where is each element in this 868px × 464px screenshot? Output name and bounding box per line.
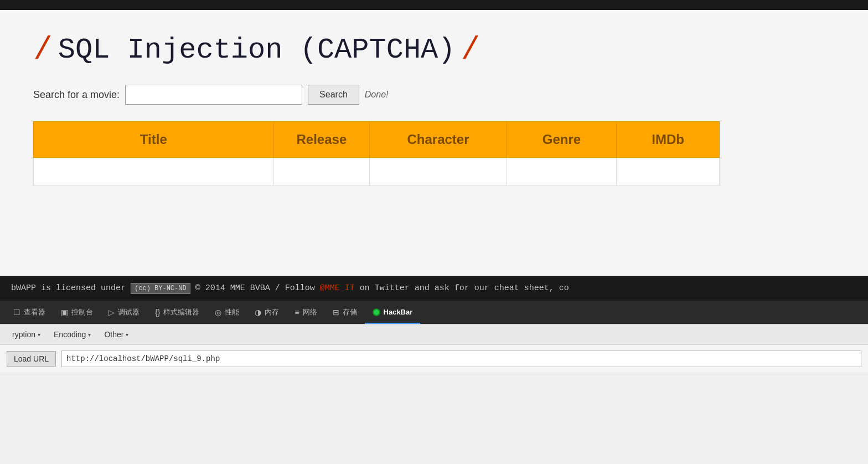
- tab-hackbar-label: HackBar: [384, 308, 413, 316]
- inspector-icon: ☐: [13, 308, 20, 317]
- console-icon: ▣: [61, 308, 68, 317]
- style-editor-icon: {}: [155, 308, 160, 317]
- search-form: Search for a movie: Search Done!: [33, 85, 835, 105]
- top-bar: [0, 0, 868, 10]
- tab-hackbar[interactable]: HackBar: [365, 301, 421, 324]
- tab-inspector-label: 查看器: [24, 307, 45, 317]
- col-header-genre: Genre: [507, 122, 616, 158]
- footer-license-badge: (cc) BY-NC-ND: [131, 283, 190, 294]
- empty-cell-title: [34, 158, 274, 185]
- hackbar-menu-encoding[interactable]: Encoding ▾: [48, 328, 96, 341]
- empty-cell-release: [273, 158, 369, 185]
- hackbar-menu-encryption-label: ryption: [12, 330, 35, 339]
- col-header-imdb: IMDb: [617, 122, 720, 158]
- footer-text3: on Twitter and ask for our cheat sheet, …: [360, 283, 569, 293]
- page-title-text: SQL Injection (CAPTCHA): [58, 34, 456, 66]
- tab-inspector[interactable]: ☐ 查看器: [6, 301, 53, 324]
- results-table: Title Release Character Genre IMDb: [33, 121, 720, 185]
- devtools-toolbar: ☐ 查看器 ▣ 控制台 ▷ 调试器 {} 样式编辑器 ◎ 性能 ◑ 内存 ≡ 网…: [0, 301, 868, 324]
- search-button[interactable]: Search: [308, 85, 359, 105]
- tab-console[interactable]: ▣ 控制台: [53, 301, 101, 324]
- hackbar-encoding-dropdown-icon: ▾: [88, 332, 91, 338]
- tab-network-label: 网络: [303, 307, 317, 317]
- hackbar-menu-encryption[interactable]: ryption ▾: [7, 328, 46, 341]
- footer-text1: bWAPP is licensed under: [11, 283, 131, 293]
- tab-performance-label: 性能: [225, 307, 239, 317]
- page-title: / SQL Injection (CAPTCHA) /: [33, 32, 835, 68]
- debugger-icon: ▷: [108, 308, 115, 317]
- table-body: [34, 158, 720, 185]
- table-header: Title Release Character Genre IMDb: [34, 122, 720, 158]
- footer-twitter-handle[interactable]: @MME_IT: [320, 283, 355, 293]
- footer-bar: bWAPP is licensed under (cc) BY-NC-ND © …: [0, 276, 868, 301]
- tab-memory[interactable]: ◑ 内存: [247, 301, 287, 324]
- col-header-character: Character: [370, 122, 507, 158]
- tab-storage[interactable]: ⊟ 存储: [325, 301, 365, 324]
- performance-icon: ◎: [215, 308, 221, 317]
- table-row-empty: [34, 158, 720, 185]
- tab-debugger[interactable]: ▷ 调试器: [101, 301, 147, 324]
- load-url-button[interactable]: Load URL: [7, 351, 56, 367]
- empty-cell-genre: [507, 158, 616, 185]
- tab-performance[interactable]: ◎ 性能: [207, 301, 247, 324]
- tab-style-editor-label: 样式编辑器: [163, 307, 199, 317]
- tab-debugger-label: 调试器: [118, 307, 140, 317]
- memory-icon: ◑: [255, 308, 261, 317]
- done-status: Done!: [365, 90, 389, 100]
- slash-right-icon: /: [461, 32, 480, 68]
- main-content: / SQL Injection (CAPTCHA) / Search for a…: [0, 10, 868, 276]
- footer-text2: © 2014 MME BVBA / Follow: [195, 283, 320, 293]
- url-bar-area: Load URL: [0, 345, 868, 373]
- tab-memory-label: 内存: [265, 307, 279, 317]
- slash-left-icon: /: [33, 32, 53, 68]
- search-input[interactable]: [125, 85, 302, 105]
- tab-network[interactable]: ≡ 网络: [287, 301, 324, 324]
- tab-style-editor[interactable]: {} 样式编辑器: [147, 301, 207, 324]
- empty-cell-imdb: [617, 158, 720, 185]
- url-input[interactable]: [61, 350, 861, 367]
- empty-cell-character: [370, 158, 507, 185]
- table-header-row: Title Release Character Genre IMDb: [34, 122, 720, 158]
- tab-storage-label: 存储: [343, 307, 357, 317]
- hackbar-encryption-dropdown-icon: ▾: [38, 332, 40, 338]
- network-icon: ≡: [294, 308, 299, 317]
- tab-console-label: 控制台: [71, 307, 93, 317]
- hackbar-indicator: HackBar: [373, 308, 413, 316]
- hackbar-menu-encoding-label: Encoding: [54, 330, 86, 339]
- hackbar-green-dot-icon: [373, 308, 380, 316]
- col-header-release: Release: [273, 122, 369, 158]
- hackbar-menu-other-label: Other: [104, 330, 123, 339]
- storage-icon: ⊟: [333, 308, 339, 317]
- hackbar-menu-toolbar: ryption ▾ Encoding ▾ Other ▾: [0, 324, 868, 345]
- hackbar-menu-other[interactable]: Other ▾: [99, 328, 134, 341]
- col-header-title: Title: [34, 122, 274, 158]
- search-label: Search for a movie:: [33, 89, 120, 101]
- hackbar-other-dropdown-icon: ▾: [126, 332, 128, 338]
